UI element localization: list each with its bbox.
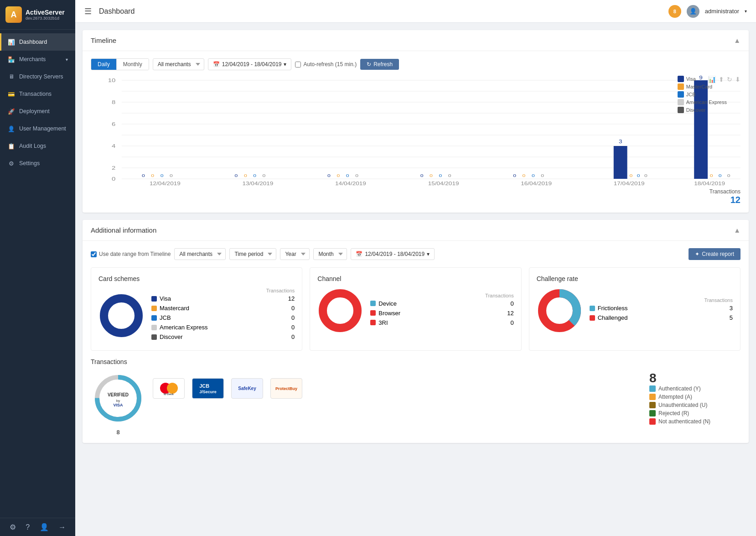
logo-text: ActiveServer dev.2673.3032b1d (26, 9, 65, 21)
svg-text:VERIFIED: VERIFIED (108, 392, 129, 397)
collapse-timeline-icon[interactable]: ▲ (734, 36, 740, 44)
safekey-logo: SafeKey (231, 378, 263, 401)
settings-bottom-icon[interactable]: ⚙ (10, 523, 16, 531)
date-range-picker-timeline[interactable]: 📅 12/04/2019 - 18/04/2019 ▾ (208, 58, 292, 70)
hamburger-icon[interactable]: ☰ (84, 6, 92, 16)
card-scheme-discover: Discover 0 (151, 333, 295, 340)
sidebar-item-merchants[interactable]: 🏪 Merchants ▾ (0, 51, 75, 68)
timeline-bar-chart: 10 8 6 4 2 0 12/04/2019 0 0 0 0 13/04/20… (91, 76, 740, 185)
svg-text:0: 0 (355, 173, 358, 178)
use-date-range-checkbox[interactable] (91, 251, 97, 257)
svg-text:0: 0 (710, 173, 713, 178)
date-range-chevron: ▾ (284, 61, 286, 68)
card-scheme-jcb: JCB 0 (151, 314, 295, 321)
channel-section: Transactions Device 0 Browser 12 (317, 288, 513, 333)
svg-text:0: 0 (629, 173, 632, 178)
user-management-icon: 👤 (7, 125, 16, 133)
collapse-additional-icon[interactable]: ▲ (734, 226, 740, 234)
svg-text:0: 0 (448, 173, 451, 178)
auto-refresh-label[interactable]: Auto-refresh (15 min.) (295, 61, 357, 68)
svg-text:14/04/2019: 14/04/2019 (335, 181, 366, 185)
sidebar-label-user-management: User Management (19, 125, 66, 132)
trans-legend-not-authenticated: Not authenticated (N) (649, 418, 740, 425)
chevron-down-icon: ▾ (66, 57, 68, 62)
svg-point-59 (550, 302, 569, 320)
refresh-btn[interactable]: ↻ Refresh (360, 59, 399, 70)
sidebar-label-audit-logs: Audit Logs (19, 143, 46, 149)
admin-label[interactable]: administrator (705, 8, 739, 15)
timeline-toolbar: Daily Monthly All merchants 📅 12/04/2019… (91, 58, 740, 70)
logout-icon[interactable]: → (58, 523, 66, 531)
svg-text:0: 0 (142, 173, 145, 178)
svg-text:0: 0 (644, 173, 647, 178)
profile-icon[interactable]: 👤 (40, 523, 49, 531)
challenge-rate-legend: Transactions Frictionless 3 Challenged 5 (590, 297, 733, 324)
sidebar-item-dashboard[interactable]: 📊 Dashboard (0, 33, 75, 51)
protectbuy-logo: ProtectBuy (270, 378, 302, 401)
svg-text:0: 0 (253, 173, 256, 178)
transactions-right: 8 Authenticated (Y) Attempted (A) (649, 371, 740, 427)
transactions-label: Transactions (91, 188, 740, 195)
svg-text:0: 0 (523, 173, 526, 178)
trans-legend-rejected: Rejected (R) (649, 410, 740, 416)
month-select[interactable]: Month (313, 248, 347, 260)
download-icon[interactable]: ⬇ (735, 76, 740, 83)
card-schemes-legend: Transactions Visa 12 Mastercard 0 (151, 288, 295, 343)
transactions-donut: VERIFIED by VISA (91, 371, 145, 426)
svg-text:0: 0 (161, 173, 164, 178)
merchant-select-addinfo[interactable]: All merchants (174, 248, 226, 260)
timeline-header: Timeline ▲ (83, 30, 749, 51)
svg-text:0: 0 (637, 173, 640, 178)
trans-legend-unauthenticated: Unauthenticated (U) (649, 402, 740, 408)
monthly-btn[interactable]: Monthly (117, 59, 149, 70)
sidebar-item-settings[interactable]: ⚙ Settings (0, 155, 75, 172)
svg-text:2: 2 (112, 165, 115, 171)
avatar: 👤 (687, 5, 699, 18)
time-period-select[interactable]: Time period (229, 248, 276, 260)
transactions-donut-area: VERIFIED by VISA 8 (91, 371, 145, 436)
year-select[interactable]: Year (280, 248, 310, 260)
svg-text:0: 0 (439, 173, 442, 178)
sidebar-item-deployment[interactable]: 🚀 Deployment (0, 103, 75, 120)
auto-refresh-checkbox[interactable] (295, 62, 301, 68)
sidebar-item-transactions[interactable]: 💳 Transactions (0, 85, 75, 103)
transactions-section-title: Transactions (91, 358, 740, 365)
sidebar-label-settings: Settings (19, 160, 40, 167)
sidebar-item-user-management[interactable]: 👤 User Management (0, 120, 75, 137)
calendar-icon-2: 📅 (356, 251, 362, 257)
content-area: Timeline ▲ Daily Monthly All merchants 📅 (75, 23, 756, 536)
svg-text:0: 0 (541, 173, 544, 178)
card-scheme-visa: Visa 12 (151, 295, 295, 302)
card-schemes-title: Card schemes (98, 275, 295, 282)
timeline-card: Timeline ▲ Daily Monthly All merchants 📅 (83, 30, 749, 213)
deployment-icon: 🚀 (7, 107, 16, 115)
daily-btn[interactable]: Daily (91, 59, 116, 70)
challenge-frictionless: Frictionless 3 (590, 305, 733, 312)
merchants-icon: 🏪 (7, 55, 16, 63)
channel-3ri: 3RI 0 (370, 319, 513, 326)
card-schemes-donut (98, 293, 144, 338)
jcb-logo: JCBJ/Secure (192, 378, 224, 401)
sidebar-item-audit-logs[interactable]: 📋 Audit Logs (0, 137, 75, 155)
help-icon[interactable]: ? (26, 523, 30, 531)
transactions-count: 12 (91, 195, 740, 205)
svg-text:8: 8 (112, 99, 115, 105)
channel-browser: Browser 12 (370, 310, 513, 317)
addinfo-toolbar: Use date range from Timeline All merchan… (91, 248, 740, 260)
notification-badge[interactable]: 8 (668, 5, 681, 18)
svg-text:0: 0 (430, 173, 433, 178)
create-report-btn[interactable]: ✦ Create report (689, 248, 740, 260)
svg-text:0: 0 (112, 176, 115, 182)
svg-point-56 (331, 302, 349, 320)
date-range-picker-addinfo[interactable]: 📅 12/04/2019 - 18/04/2019 ▾ (351, 248, 435, 260)
use-date-range-label[interactable]: Use date range from Timeline (91, 251, 171, 257)
card-schemes-section: Transactions Visa 12 Mastercard 0 (98, 288, 295, 343)
svg-text:10: 10 (108, 78, 116, 83)
sidebar-item-directory-servers[interactable]: 🖥 Directory Servers (0, 68, 75, 85)
timeline-title: Timeline (91, 36, 116, 44)
refresh-chart-icon[interactable]: ↻ (727, 76, 732, 83)
payment-logos: ID Check JCBJ/Secure (153, 378, 302, 401)
svg-text:0: 0 (346, 173, 349, 178)
topbar: ☰ Dashboard 8 👤 administrator ▾ (75, 0, 756, 23)
merchant-select-timeline[interactable]: All merchants (153, 58, 204, 70)
